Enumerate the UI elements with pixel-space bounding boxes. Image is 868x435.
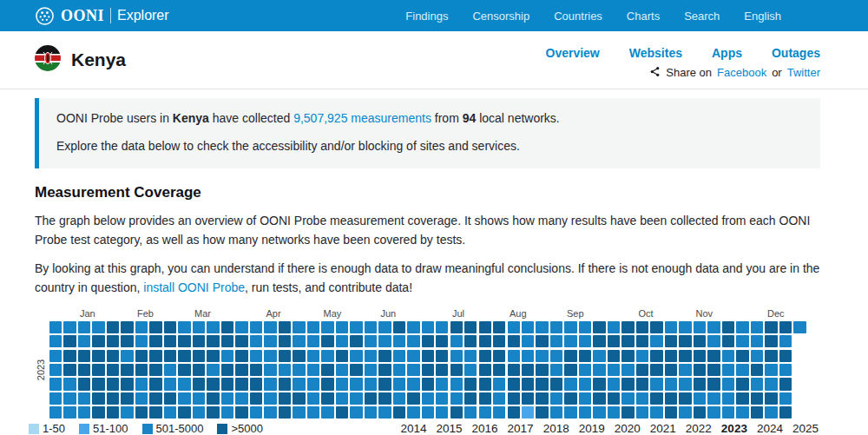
heatmap-cell[interactable] — [49, 392, 62, 405]
heatmap-cell[interactable] — [78, 392, 90, 405]
year-option-2014[interactable]: 2014 — [400, 422, 426, 435]
heatmap-cell[interactable] — [436, 335, 448, 347]
year-option-2022[interactable]: 2022 — [686, 422, 712, 435]
heatmap-cell[interactable] — [378, 335, 391, 347]
heatmap-cell[interactable] — [707, 378, 720, 390]
heatmap-cell[interactable] — [321, 350, 333, 362]
heatmap-cell[interactable] — [207, 364, 219, 376]
heatmap-cell[interactable] — [321, 335, 333, 347]
heatmap-cell[interactable] — [479, 378, 491, 390]
share-icon[interactable] — [649, 66, 661, 80]
heatmap-cell[interactable] — [694, 350, 706, 362]
heatmap-cell[interactable] — [479, 392, 491, 405]
nav-item-english[interactable]: English — [744, 10, 781, 23]
heatmap-cell[interactable] — [550, 350, 562, 362]
heatmap-cell[interactable] — [365, 406, 377, 419]
heatmap-cell[interactable] — [707, 350, 720, 362]
heatmap-cell[interactable] — [149, 392, 161, 405]
heatmap-cell[interactable] — [564, 406, 576, 419]
nav-item-censorship[interactable]: Censorship — [472, 10, 529, 23]
heatmap-cell[interactable] — [450, 406, 463, 419]
heatmap-cell[interactable] — [751, 392, 763, 405]
heatmap-cell[interactable] — [178, 392, 190, 405]
heatmap-cell[interactable] — [336, 406, 348, 419]
heatmap-cell[interactable] — [522, 364, 534, 376]
heatmap-cell[interactable] — [378, 350, 391, 362]
heatmap-cell[interactable] — [63, 350, 76, 362]
heatmap-cell[interactable] — [149, 335, 161, 347]
heatmap-cell[interactable] — [378, 392, 391, 405]
heatmap-cell[interactable] — [63, 364, 76, 376]
heatmap-cell[interactable] — [350, 392, 362, 405]
heatmap-cell[interactable] — [107, 321, 119, 333]
heatmap-cell[interactable] — [164, 364, 176, 376]
heatmap-cell[interactable] — [207, 378, 219, 390]
heatmap-cell[interactable] — [49, 335, 62, 347]
country-tab-apps[interactable]: Apps — [712, 46, 742, 60]
heatmap-cell[interactable] — [608, 350, 620, 362]
heatmap-cell[interactable] — [307, 406, 319, 419]
heatmap-cell[interactable] — [121, 335, 133, 347]
heatmap-cell[interactable] — [722, 321, 734, 333]
heatmap-cell[interactable] — [336, 392, 348, 405]
heatmap-cell[interactable] — [436, 350, 448, 362]
heatmap-cell[interactable] — [564, 392, 576, 405]
heatmap-cell[interactable] — [508, 335, 520, 347]
heatmap-cell[interactable] — [679, 335, 691, 347]
heatmap-cell[interactable] — [550, 406, 562, 419]
heatmap-cell[interactable] — [92, 321, 104, 333]
heatmap-cell[interactable] — [621, 335, 634, 347]
heatmap-cell[interactable] — [536, 406, 548, 419]
heatmap-cell[interactable] — [650, 406, 662, 419]
heatmap-cell[interactable] — [365, 350, 377, 362]
heatmap-cell[interactable] — [679, 406, 691, 419]
heatmap-cell[interactable] — [63, 378, 76, 390]
heatmap-cell[interactable] — [92, 406, 104, 419]
heatmap-cell[interactable] — [293, 392, 305, 405]
heatmap-cell[interactable] — [121, 321, 133, 333]
heatmap-cell[interactable] — [508, 392, 520, 405]
heatmap-cell[interactable] — [779, 378, 792, 390]
year-option-2024[interactable]: 2024 — [757, 422, 783, 435]
heatmap-cell[interactable] — [522, 406, 534, 419]
heatmap-cell[interactable] — [751, 335, 763, 347]
heatmap-cell[interactable] — [279, 378, 291, 390]
heatmap-cell[interactable] — [92, 378, 104, 390]
heatmap-cell[interactable] — [550, 335, 562, 347]
heatmap-cell[interactable] — [508, 378, 520, 390]
heatmap-cell[interactable] — [765, 392, 777, 405]
year-option-2025[interactable]: 2025 — [792, 422, 819, 435]
heatmap-cell[interactable] — [78, 321, 90, 333]
heatmap-cell[interactable] — [422, 406, 434, 419]
heatmap-cell[interactable] — [436, 321, 448, 333]
heatmap-cell[interactable] — [193, 406, 205, 419]
heatmap-cell[interactable] — [121, 378, 133, 390]
heatmap-cell[interactable] — [765, 321, 777, 333]
year-option-2017[interactable]: 2017 — [508, 422, 534, 435]
heatmap-cell[interactable] — [321, 406, 333, 419]
heatmap-cell[interactable] — [608, 378, 620, 390]
heatmap-cell[interactable] — [279, 406, 291, 419]
heatmap-cell[interactable] — [650, 378, 662, 390]
country-tab-websites[interactable]: Websites — [629, 46, 682, 60]
heatmap-cell[interactable] — [164, 406, 176, 419]
heatmap-cell[interactable] — [508, 364, 520, 376]
heatmap-cell[interactable] — [193, 321, 205, 333]
heatmap-cell[interactable] — [250, 392, 262, 405]
heatmap-cell[interactable] — [221, 406, 233, 419]
heatmap-cell[interactable] — [92, 335, 104, 347]
heatmap-cell[interactable] — [63, 392, 76, 405]
heatmap-cell[interactable] — [536, 321, 548, 333]
heatmap-cell[interactable] — [193, 335, 205, 347]
heatmap-cell[interactable] — [736, 321, 748, 333]
heatmap-cell[interactable] — [636, 406, 648, 419]
heatmap-cell[interactable] — [321, 378, 333, 390]
heatmap-cell[interactable] — [49, 364, 62, 376]
heatmap-cell[interactable] — [321, 364, 333, 376]
heatmap-cell[interactable] — [221, 335, 233, 347]
heatmap-cell[interactable] — [393, 350, 405, 362]
heatmap-cell[interactable] — [149, 406, 161, 419]
heatmap-cell[interactable] — [779, 321, 792, 333]
heatmap-cell[interactable] — [264, 378, 276, 390]
heatmap-cell[interactable] — [235, 378, 247, 390]
